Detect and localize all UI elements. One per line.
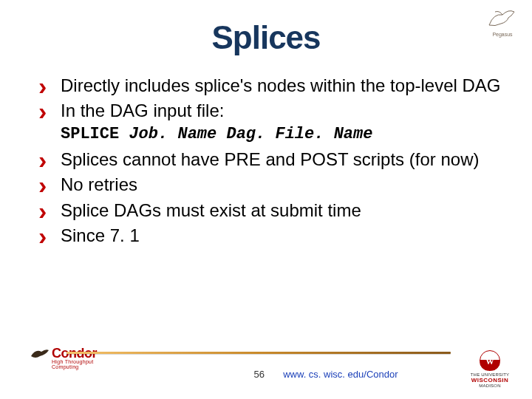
condor-logo: Condor High Throughput Computing — [30, 346, 118, 369]
slide-number: 56 — [254, 369, 265, 380]
footer: Condor High Throughput Computing 56 www.… — [30, 346, 517, 386]
bullet-item: No retries — [35, 173, 502, 197]
condor-bird-icon — [30, 347, 50, 361]
bullet-item: Directly includes splice's nodes within … — [35, 74, 502, 98]
uw-logo: THE UNIVERSITY WISCONSIN MADISON — [463, 350, 517, 387]
uw-text: THE UNIVERSITY WISCONSIN MADISON — [463, 372, 517, 389]
code-keyword: SPLICE — [61, 125, 119, 143]
slide-title: Splices — [30, 19, 502, 56]
footer-divider — [66, 352, 451, 354]
bullet-list: Directly includes splice's nodes within … — [35, 74, 502, 123]
bullet-list: Splices cannot have PRE and POST scripts… — [35, 148, 502, 248]
footer-url: www. cs. wisc. edu/Condor — [283, 369, 398, 380]
code-args: Job. Name Dag. File. Name — [129, 125, 372, 143]
bullet-item: Splices cannot have PRE and POST scripts… — [35, 148, 502, 171]
pegasus-label: Pegasus — [492, 32, 512, 37]
pegasus-logo: Pegasus — [480, 6, 525, 43]
uw-crest-icon — [480, 350, 500, 371]
code-line: SPLICE Job. Name Dag. File. Name — [61, 125, 502, 143]
bullet-item: Splice DAGs must exist at submit time — [35, 199, 502, 222]
bullet-item: Since 7. 1 — [35, 224, 502, 248]
pegasus-icon — [480, 6, 525, 32]
condor-sub: High Throughput Computing — [52, 359, 118, 369]
bullet-item: In the DAG input file: — [35, 99, 502, 123]
slide: Pegasus Splices Directly includes splice… — [0, 0, 532, 399]
